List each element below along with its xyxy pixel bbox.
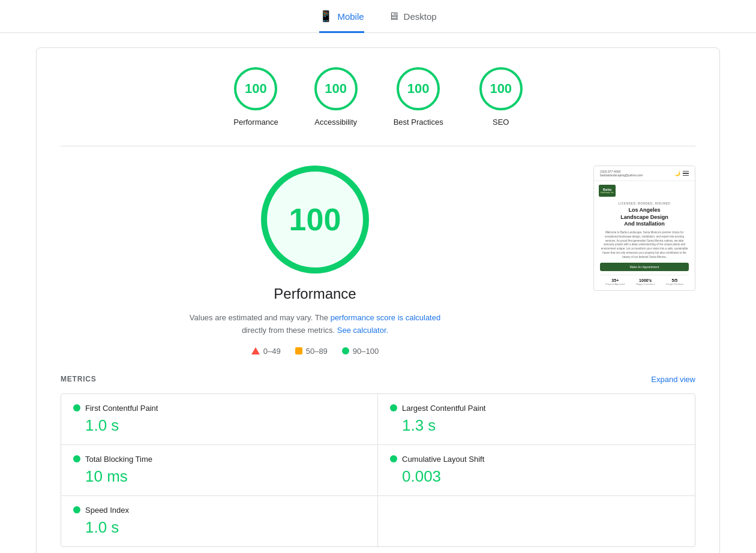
metric-value-si: 1.0 s [73,518,365,537]
metric-tbt: Total Blocking Time 10 ms [61,445,378,495]
metrics-row-3: Speed Index 1.0 s [61,496,695,546]
metric-si: Speed Index 1.0 s [61,496,378,546]
score-circle-performance: 100 [234,67,277,110]
legend-range-fail: 0–49 [263,347,281,356]
metric-cls: Cumulative Layout Shift 0.003 [378,445,695,495]
score-circle-accessibility: 100 [314,67,358,110]
metric-value-fcp: 1.0 s [73,416,365,435]
legend-pass: 90–100 [342,347,379,356]
legend-average: 50–89 [295,347,328,356]
score-circle-seo: 100 [479,67,523,110]
metric-label-tbt: Total Blocking Time [85,455,152,464]
metric-label-lcp: Largest Contentful Paint [402,404,485,413]
phone-nav-icons: 🌙 [674,171,689,176]
tab-mobile-label: Mobile [337,11,364,22]
metrics-header: METRICS Expand view [61,375,695,384]
left-panel: 100 Performance Values are estimated and… [61,166,569,356]
legend-fail: 0–49 [251,347,281,356]
phone-stat-0: 35+ Projects Approved [605,278,625,285]
phone-stat-2: 5/5 Google Reviews [666,278,683,285]
metric-label-cls: Cumulative Layout Shift [402,455,484,464]
content-area: 100 Performance Values are estimated and… [61,166,695,356]
metrics-grid: First Contentful Paint 1.0 s Largest Con… [61,393,695,547]
legend-icon-average [295,347,302,354]
phone-stats: 35+ Projects Approved 1000's Happy Custo… [600,275,689,285]
tab-mobile[interactable]: 📱 Mobile [319,10,364,33]
legend-range-pass: 90–100 [353,347,379,356]
score-best-practices: 100 Best Practices [394,67,443,127]
desktop-icon: 🖥 [388,10,399,23]
tab-desktop-label: Desktop [404,11,437,22]
metric-dot-lcp [390,404,397,411]
moon-icon: 🌙 [674,171,680,176]
score-label-accessibility: Accessibility [314,118,357,127]
scores-row: 100 Performance 100 Accessibility 100 Be… [61,67,695,146]
see-calculator-link[interactable]: See calculator. [337,326,388,335]
tab-desktop[interactable]: 🖥 Desktop [388,10,437,33]
phone-body: LICENSED, BONDED, INSURED Los Angeles La… [594,197,695,290]
main-card: 100 Performance 100 Accessibility 100 Be… [36,47,720,553]
metric-dot-tbt [73,455,80,462]
metric-dot-cls [390,455,397,462]
legend-icon-pass [342,347,349,354]
phone-preview: (310) 977-4063 barbaslandscaping@yahoo.c… [593,166,695,291]
score-performance: 100 Performance [233,67,278,127]
metric-lcp: Largest Contentful Paint 1.3 s [378,394,695,444]
score-description: Values are estimated and may vary. The p… [183,312,447,337]
metrics-section: METRICS Expand view First Contentful Pai… [61,375,695,547]
score-circle-best-practices: 100 [397,67,440,110]
tab-bar: 📱 Mobile 🖥 Desktop [0,0,756,33]
metric-fcp: First Contentful Paint 1.0 s [61,394,378,444]
metric-value-lcp: 1.3 s [390,416,683,435]
legend-range-average: 50–89 [306,347,328,356]
phone-headline: Los Angeles Landscape Design And Install… [600,207,689,228]
big-score-circle: 100 [261,166,369,274]
metric-dot-si [73,506,80,513]
legend-row: 0–49 50–89 90–100 [251,347,379,356]
mobile-icon: 📱 [319,10,332,23]
score-label-best-practices: Best Practices [394,118,443,127]
metric-value-cls: 0.003 [390,467,683,486]
metric-label-fcp: First Contentful Paint [85,404,158,413]
score-label-seo: SEO [493,118,509,127]
phone-body-text: Welcome to Barba Landscape, Santa Monica… [600,231,689,259]
expand-view-button[interactable]: Expand view [651,375,695,384]
phone-header: (310) 977-4063 barbaslandscaping@yahoo.c… [594,166,695,181]
phone-logo-row: Barba Landscape, Inc. [594,181,695,197]
phone-logo-box: Barba Landscape, Inc. [599,185,616,197]
phone-contact: (310) 977-4063 barbaslandscaping@yahoo.c… [600,170,643,177]
score-accessibility: 100 Accessibility [314,67,358,127]
metrics-row-2: Total Blocking Time 10 ms Cumulative Lay… [61,445,695,496]
phone-cta-button[interactable]: Make An Appointment [600,263,689,271]
metric-value-tbt: 10 ms [73,467,365,486]
metric-label-si: Speed Index [85,506,129,515]
metric-dot-fcp [73,404,80,411]
hamburger-icon [683,171,689,176]
metrics-title: METRICS [61,375,97,383]
legend-icon-fail [251,347,260,354]
score-seo: 100 SEO [479,67,523,127]
right-panel: (310) 977-4063 barbaslandscaping@yahoo.c… [593,166,695,291]
big-score-title: Performance [274,285,356,302]
performance-score-link[interactable]: performance score is calculated [331,313,441,322]
phone-badge: LICENSED, BONDED, INSURED [600,202,689,205]
score-label-performance: Performance [233,118,278,127]
metric-empty [378,496,695,546]
phone-stat-1: 1000's Happy Customers [636,278,655,285]
metrics-row-1: First Contentful Paint 1.0 s Largest Con… [61,394,695,445]
